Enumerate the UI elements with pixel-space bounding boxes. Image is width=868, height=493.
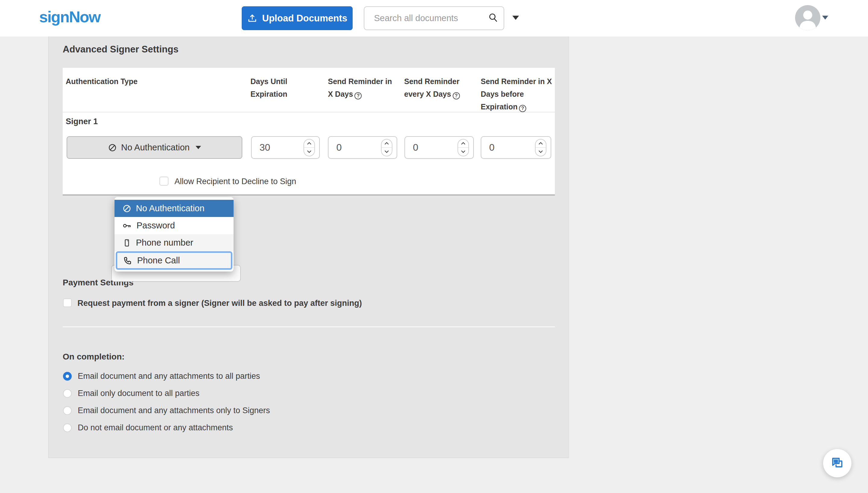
radio-selected-icon[interactable] [63,372,72,381]
column-header-send-reminder-every-x-days: Send Reminder every X Days? [404,75,480,100]
chat-support-button[interactable] [823,449,851,477]
avatar[interactable] [795,5,820,30]
completion-option-email-document-only[interactable]: Email only document to all parties [63,389,199,398]
completion-option-email-signers-only[interactable]: Email document and any attachments only … [63,406,270,415]
signer-settings-table-header: Authentication Type Days Until Expiratio… [63,68,555,112]
chevron-down-icon [196,146,201,149]
number-stepper[interactable] [304,139,315,156]
search-scope-dropdown-caret[interactable] [512,16,519,20]
radio-icon[interactable] [63,423,72,432]
send-reminder-before-expiration-input[interactable] [481,142,512,153]
key-icon [122,221,132,231]
number-stepper[interactable] [535,139,546,156]
help-icon[interactable]: ? [519,105,526,112]
send-reminder-every-x-days-input[interactable] [405,142,435,153]
number-stepper[interactable] [457,139,469,156]
completion-option-no-email[interactable]: Do not email document or any attachments [63,423,233,432]
signnow-logo[interactable]: signNow [39,8,100,26]
allow-decline-checkbox[interactable] [159,177,169,186]
upload-documents-button[interactable]: Upload Documents [242,6,353,30]
help-icon[interactable]: ? [354,92,362,100]
auth-button-label: No Authentication [121,143,190,152]
panel-title: Advanced Signer Settings [63,44,178,55]
request-payment-label: Request payment from a signer (Signer wi… [78,299,362,308]
signer-row: Signer 1 No Authentication [63,112,555,196]
mobile-phone-icon [122,238,131,248]
days-until-expiration-input[interactable] [252,142,282,153]
send-reminder-every-x-days-field [405,136,474,159]
no-auth-icon [108,143,117,152]
completion-option-email-all[interactable]: Email document and any attachments to al… [63,371,260,381]
screen: signNow Upload Documents [0,0,868,493]
search-box [364,6,504,30]
chat-bubbles-icon [830,455,845,471]
on-completion-title: On completion: [63,352,125,362]
send-reminder-before-expiration-field [481,136,551,159]
search-input[interactable] [364,13,487,23]
radio-icon[interactable] [63,389,72,398]
column-header-send-reminder-in-x-days: Send Reminder in X Days? [328,75,398,100]
days-until-expiration-field [251,136,320,159]
radio-icon[interactable] [63,406,72,415]
signer-name: Signer 1 [66,117,98,126]
menu-item-phone-call[interactable]: Phone Call [116,251,232,270]
upload-icon [247,13,257,23]
menu-item-phone-number[interactable]: Phone number [114,234,234,251]
authentication-type-menu: No Authentication Password Phone number [114,197,234,272]
send-reminder-in-x-days-field [328,136,397,159]
menu-item-password[interactable]: Password [114,217,234,234]
section-divider [63,326,555,327]
top-navigation-bar: signNow Upload Documents [0,0,868,37]
search-icon[interactable] [487,12,499,24]
account-menu-caret[interactable] [822,16,828,20]
menu-item-no-authentication[interactable]: No Authentication [114,200,234,217]
no-auth-icon [122,204,131,213]
column-header-send-reminder-before-expiration: Send Reminder in X Days before Expiratio… [481,75,553,113]
phone-call-icon [123,256,133,265]
request-payment-checkbox[interactable] [63,298,72,307]
number-stepper[interactable] [381,139,392,156]
help-icon[interactable]: ? [453,92,460,100]
column-header-authentication-type: Authentication Type [66,75,192,88]
upload-documents-label: Upload Documents [262,13,347,24]
allow-decline-label: Allow Recipient to Decline to Sign [174,177,296,186]
send-reminder-in-x-days-input[interactable] [328,142,359,153]
advanced-settings-panel: Advanced Signer Settings Authentication … [48,37,569,458]
column-header-days-until-expiration: Days Until Expiration [251,75,323,100]
authentication-type-dropdown-button[interactable]: No Authentication [67,136,242,159]
